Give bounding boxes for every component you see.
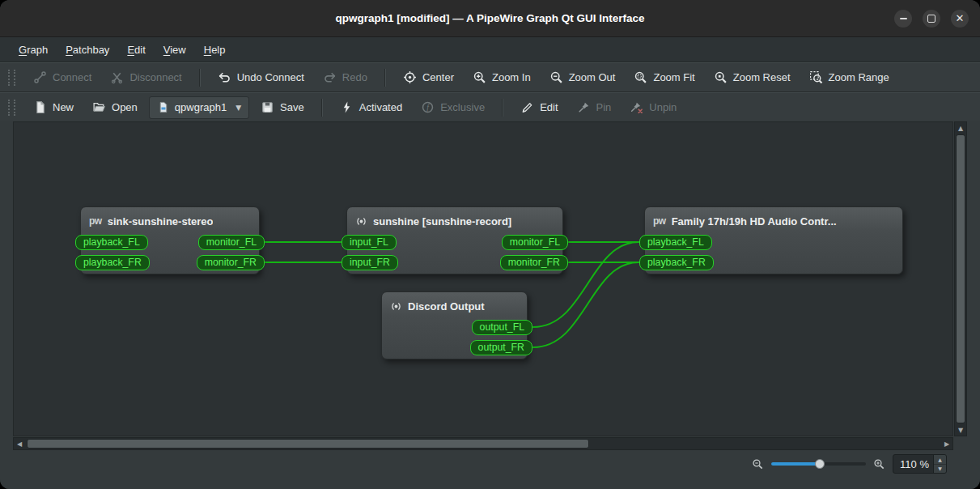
menu-label: dit — [134, 44, 146, 56]
toolbar-separator — [321, 99, 323, 117]
horizontal-scrollbar-thumb[interactable] — [27, 439, 589, 449]
zoom-slider-handle[interactable] — [815, 459, 825, 469]
zoom-fit-button[interactable]: Zoom Fit — [626, 66, 702, 89]
connect-icon — [33, 70, 47, 84]
exclusive-icon: f — [421, 100, 435, 114]
node-header: sunshine [sunshine-record] — [347, 207, 562, 229]
zoom-spin-buttons: ▲ ▼ — [933, 455, 946, 473]
input-port-playback-fl[interactable]: playback_FL — [75, 235, 148, 250]
patchbay-toolbar: New Open qpwgraph1 ▼ Save — [0, 92, 980, 122]
vertical-scrollbar[interactable]: ▲ ▼ — [954, 121, 967, 436]
unpin-button[interactable]: Unpin — [622, 96, 684, 119]
connect-button[interactable]: Connect — [26, 66, 99, 89]
spin-down-arrow[interactable]: ▼ — [934, 465, 946, 474]
toolbar-separator — [384, 69, 386, 87]
toolbar-grip-handle[interactable] — [8, 70, 15, 86]
output-port-monitor-fl[interactable]: monitor_FL — [198, 235, 265, 250]
zoom-value[interactable]: 110 % — [893, 458, 933, 470]
undo-icon — [218, 70, 231, 84]
node-sunshine[interactable]: sunshine [sunshine-record] input_FL inpu… — [346, 206, 563, 274]
zoom-in-button[interactable]: Zoom In — [465, 66, 538, 89]
zoom-out-button[interactable]: Zoom Out — [542, 66, 623, 89]
node-title: Discord Output — [408, 300, 485, 313]
redo-label: Redo — [342, 71, 367, 83]
scroll-down-arrow[interactable]: ▼ — [955, 424, 966, 436]
close-icon: ✕ — [956, 13, 965, 23]
patchbay-file-icon — [157, 101, 169, 113]
scroll-left-arrow[interactable]: ◀ — [14, 438, 25, 449]
scroll-up-arrow[interactable]: ▲ — [955, 122, 966, 134]
output-port-monitor-fr[interactable]: monitor_FR — [197, 255, 265, 270]
output-port-output-fr[interactable]: output_FR — [470, 340, 532, 355]
patchbay-file-label: qpwgraph1 — [175, 101, 227, 113]
exclusive-button[interactable]: f Exclusive — [414, 96, 492, 119]
zoom-reset-button[interactable]: Zoom Reset — [706, 66, 798, 89]
zoom-out-icon — [752, 458, 764, 470]
zoom-range-button[interactable]: Zoom Range — [802, 66, 897, 89]
input-port-playback-fr[interactable]: playback_FR — [639, 255, 714, 270]
edit-pencil-icon — [520, 100, 534, 114]
scroll-right-arrow[interactable]: ▶ — [941, 438, 952, 449]
output-port-monitor-fl[interactable]: monitor_FL — [502, 235, 568, 250]
chevron-down-icon: ▼ — [235, 104, 241, 112]
input-port-input-fl[interactable]: input_FL — [342, 235, 397, 250]
menu-label: atchbay — [73, 44, 110, 56]
maximize-button[interactable] — [923, 10, 940, 28]
spin-up-arrow[interactable]: ▲ — [934, 455, 946, 465]
connect-label: Connect — [53, 71, 91, 83]
node-family-audio-controller[interactable]: pw Family 17h/19h HD Audio Contr... play… — [644, 206, 903, 274]
undo-connect-button[interactable]: Undo Connect — [210, 66, 312, 89]
title-bar[interactable]: qpwgraph1 [modified] — A PipeWire Graph … — [0, 0, 980, 37]
input-port-playback-fr[interactable]: playback_FR — [75, 255, 150, 270]
output-port-output-fl[interactable]: output_FL — [472, 320, 532, 335]
activated-bolt-icon — [340, 100, 354, 114]
node-header: Discord Output — [382, 292, 527, 314]
menu-patchbay[interactable]: Patchbay — [57, 37, 118, 62]
menu-edit[interactable]: Edit — [118, 37, 154, 62]
redo-button[interactable]: Redo — [316, 66, 375, 89]
edit-button[interactable]: Edit — [513, 96, 565, 119]
menu-help[interactable]: Help — [195, 37, 235, 62]
node-sink-sunshine-stereo[interactable]: pw sink-sunshine-stereo playback_FL play… — [80, 206, 260, 274]
new-button[interactable]: New — [26, 96, 81, 119]
zoom-range-icon — [809, 70, 823, 84]
menu-label: elp — [211, 44, 225, 56]
edit-label: Edit — [540, 101, 558, 113]
menu-label: P — [66, 44, 73, 56]
zoom-slider-fill — [771, 462, 820, 466]
central-area: pw sink-sunshine-stereo playback_FL play… — [0, 121, 980, 489]
input-port-playback-fl[interactable]: playback_FL — [639, 235, 712, 250]
menu-label: H — [204, 44, 211, 56]
disconnect-button[interactable]: Disconnect — [103, 66, 189, 89]
new-label: New — [53, 101, 74, 113]
zoom-fit-icon — [634, 70, 647, 84]
minimize-button[interactable] — [894, 10, 912, 28]
pin-button[interactable]: Pin — [570, 96, 619, 119]
zoom-slider[interactable] — [771, 457, 866, 471]
output-port-monitor-fr[interactable]: monitor_FR — [500, 255, 568, 270]
input-port-input-fr[interactable]: input_FR — [342, 255, 398, 270]
pipewire-icon: pw — [653, 216, 666, 226]
center-button[interactable]: Center — [396, 66, 461, 89]
connection-wire[interactable] — [533, 262, 638, 347]
zoom-spinbox[interactable]: 110 % ▲ ▼ — [893, 454, 947, 474]
menu-graph[interactable]: Graph — [10, 37, 57, 62]
open-button[interactable]: Open — [85, 96, 145, 119]
horizontal-scrollbar[interactable]: ◀ ▶ — [13, 437, 953, 450]
exclusive-label: Exclusive — [440, 101, 485, 113]
node-discord-output[interactable]: Discord Output output_FL output_FR — [381, 291, 528, 359]
graph-canvas[interactable]: pw sink-sunshine-stereo playback_FL play… — [13, 121, 953, 436]
save-button[interactable]: Save — [253, 96, 312, 119]
zoom-in-icon — [873, 458, 885, 470]
vertical-scrollbar-thumb[interactable] — [956, 134, 965, 423]
pin-icon — [577, 100, 591, 114]
menu-label: E — [127, 44, 134, 56]
close-button[interactable]: ✕ — [951, 10, 969, 28]
activated-button[interactable]: Activated — [333, 96, 409, 119]
patchbay-file-dropdown[interactable]: qpwgraph1 ▼ — [149, 96, 249, 119]
menu-view[interactable]: View — [155, 37, 195, 62]
connection-lines — [14, 122, 953, 436]
zoom-range-label: Zoom Range — [829, 71, 889, 83]
toolbar-grip-handle[interactable] — [8, 100, 15, 116]
menu-bar: Graph Patchbay Edit View Help — [0, 37, 980, 62]
